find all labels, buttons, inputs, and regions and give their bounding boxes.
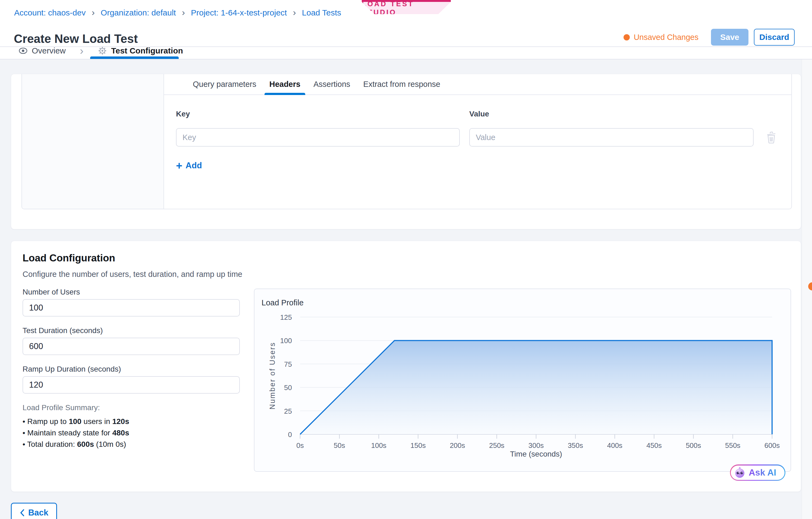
add-button[interactable]: + Add	[176, 160, 460, 171]
request-tabs: Query parameters Headers Assertions Extr…	[164, 74, 791, 95]
steps-bar: Overview › Test Configuration	[0, 47, 812, 59]
test-duration-input[interactable]	[23, 338, 240, 355]
breadcrumb-separator: ›	[91, 8, 94, 18]
back-button[interactable]: Back	[11, 503, 57, 519]
tab-label: Assertions	[313, 80, 350, 89]
unsaved-dot-icon	[624, 34, 630, 40]
step-overview[interactable]: Overview	[18, 47, 66, 56]
field-group: Number of Users	[23, 288, 240, 316]
chart-svg	[300, 317, 772, 440]
breadcrumb-item-load-tests[interactable]: Load Tests	[302, 8, 341, 18]
step-test-configuration-label: Test Configuration	[111, 47, 183, 55]
y-tick-label: 0	[262, 430, 292, 439]
y-tick-label: 25	[262, 407, 292, 416]
load-config-fields: Number of Users Test Duration (seconds) …	[23, 288, 240, 450]
back-label: Back	[28, 508, 48, 518]
unsaved-changes-indicator: Unsaved Changes	[624, 33, 698, 42]
tab-underline	[264, 93, 305, 95]
chart-title: Load Profile	[262, 298, 303, 307]
kv-form: Key Value	[176, 110, 791, 171]
chart-x-axis-title: Time (seconds)	[510, 450, 562, 458]
x-tick-label: 150s	[410, 441, 426, 450]
studio-badge-ribbon: LOAD TEST STUDIO	[362, 2, 451, 14]
y-tick-label: 75	[262, 360, 292, 369]
summary-item: • Total duration: 600s (10m 0s)	[23, 439, 240, 450]
ramp-up-duration-label: Ramp Up Duration (seconds)	[23, 365, 240, 373]
breadcrumb-separator: ›	[182, 8, 185, 18]
ask-ai-inner: Ask AI	[731, 465, 784, 480]
value-column-label: Value	[469, 110, 754, 118]
key-column-label: Key	[176, 110, 460, 118]
breadcrumb-item-organization[interactable]: Organization: default	[101, 8, 176, 18]
page: Account: chaos-dev › Organization: defau…	[0, 0, 812, 519]
chevron-left-icon	[20, 509, 25, 517]
header-actions: Unsaved Changes Save Discard	[624, 29, 794, 45]
ramp-up-duration-input[interactable]	[23, 376, 240, 394]
unsaved-label: Unsaved Changes	[634, 33, 698, 42]
tab-label: Query parameters	[193, 80, 256, 89]
delete-row-button[interactable]	[763, 129, 779, 146]
add-label: Add	[185, 161, 202, 171]
trash-icon	[765, 131, 777, 144]
tab-label: Headers	[269, 80, 300, 89]
studio-badge-label: LOAD TEST STUDIO	[362, 0, 451, 17]
key-input[interactable]	[176, 128, 460, 147]
x-tick-label: 600s	[764, 441, 780, 450]
x-tick-label: 200s	[450, 441, 465, 450]
studio-badge: LOAD TEST STUDIO	[362, 0, 451, 14]
ask-ai-label: Ask AI	[749, 467, 776, 478]
request-tabs-region: Query parameters Headers Assertions Extr…	[164, 74, 791, 209]
field-group: Test Duration (seconds)	[23, 326, 240, 355]
step-overview-label: Overview	[32, 47, 66, 55]
breadcrumb-item-project[interactable]: Project: 1-64-x-test-project	[191, 8, 287, 18]
load-profile-summary-title: Load Profile Summary:	[23, 403, 240, 412]
x-tick-label: 550s	[725, 441, 740, 450]
value-input[interactable]	[469, 128, 754, 147]
x-tick-label: 350s	[568, 441, 583, 450]
discard-button[interactable]: Discard	[754, 29, 794, 45]
step-test-configuration[interactable]: Test Configuration	[97, 47, 183, 56]
x-tick-label: 300s	[528, 441, 544, 450]
app-header: Account: chaos-dev › Organization: defau…	[0, 0, 812, 47]
active-step-indicator	[90, 57, 179, 59]
x-tick-label: 250s	[489, 441, 504, 450]
load-profile-summary-list: • Ramp up to 100 users in 120s• Maintain…	[23, 416, 240, 450]
number-of-users-label: Number of Users	[23, 288, 240, 297]
x-tick-label: 450s	[646, 441, 662, 450]
x-tick-label: 100s	[371, 441, 386, 450]
tab-extract-from-response[interactable]: Extract from response	[358, 74, 445, 94]
load-config-subtitle: Configure the number of users, test dura…	[23, 270, 242, 279]
number-of-users-input[interactable]	[23, 299, 240, 316]
page-title: Create New Load Test	[14, 32, 138, 45]
x-tick-label: 400s	[607, 441, 622, 450]
field-group: Ramp Up Duration (seconds)	[23, 365, 240, 394]
y-tick-label: 125	[262, 313, 292, 322]
tab-assertions[interactable]: Assertions	[309, 74, 355, 94]
load-profile-panel: Load Profile Number of Users Time (secon…	[254, 288, 791, 472]
robot-icon	[734, 467, 746, 478]
load-config-title: Load Configuration	[23, 252, 115, 264]
test-duration-label: Test Duration (seconds)	[23, 326, 240, 335]
save-button[interactable]: Save	[711, 29, 749, 45]
tab-headers[interactable]: Headers	[264, 74, 305, 94]
area-series	[300, 340, 772, 434]
y-tick-label: 50	[262, 384, 292, 392]
x-tick-label: 0s	[296, 441, 303, 450]
plus-icon: +	[176, 160, 182, 171]
summary-item: • Ramp up to 100 users in 120s	[23, 416, 240, 427]
y-tick-label: 100	[262, 337, 292, 345]
gear-icon	[97, 47, 107, 56]
breadcrumb-item-account[interactable]: Account: chaos-dev	[14, 8, 86, 18]
ask-ai-button[interactable]: Ask AI	[730, 464, 785, 481]
eye-icon	[18, 47, 28, 56]
summary-item: • Maintain steady state for 480s	[23, 427, 240, 439]
studio-badge-bar	[362, 0, 451, 2]
tab-label: Extract from response	[364, 80, 440, 89]
request-sidebar	[22, 74, 164, 209]
tab-query-parameters[interactable]: Query parameters	[188, 74, 261, 94]
x-tick-label: 50s	[334, 441, 345, 450]
load-config-card: Load Configuration Configure the number …	[11, 241, 801, 492]
x-tick-label: 500s	[686, 441, 701, 450]
request-tabpanel: Query parameters Headers Assertions Extr…	[22, 74, 792, 209]
request-config-card: Query parameters Headers Assertions Extr…	[11, 74, 801, 230]
